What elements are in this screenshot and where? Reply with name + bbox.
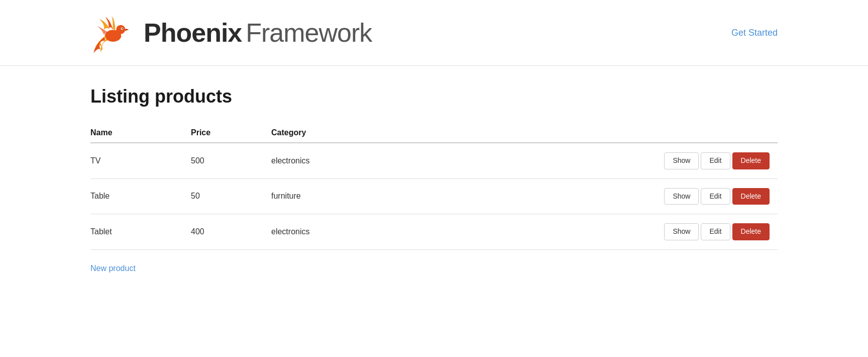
table-header-row: Name Price Category bbox=[90, 123, 778, 143]
edit-button[interactable]: Edit bbox=[701, 188, 730, 205]
logo-text: Phoenix Framework bbox=[144, 18, 372, 48]
main-content: Listing products Name Price Category TV5… bbox=[0, 86, 868, 273]
product-price-cell: 500 bbox=[191, 143, 271, 178]
col-header-name: Name bbox=[90, 123, 191, 143]
logo-phoenix-word: Phoenix bbox=[144, 18, 242, 48]
product-name-cell: Table bbox=[90, 178, 191, 214]
product-category-cell: furniture bbox=[271, 178, 422, 214]
product-category-cell: electronics bbox=[271, 214, 422, 250]
svg-marker-2 bbox=[125, 29, 129, 31]
table-header: Name Price Category bbox=[90, 123, 778, 143]
col-header-actions bbox=[422, 123, 778, 143]
table-row: TV500electronicsShowEditDelete bbox=[90, 143, 778, 178]
table-row: Tablet400electronicsShowEditDelete bbox=[90, 214, 778, 250]
products-table: Name Price Category TV500electronicsShow… bbox=[90, 123, 778, 250]
product-actions-cell: ShowEditDelete bbox=[422, 178, 778, 214]
col-header-price: Price bbox=[191, 123, 271, 143]
svg-point-1 bbox=[116, 25, 125, 34]
logo-framework-word: Framework bbox=[246, 18, 372, 48]
show-button[interactable]: Show bbox=[664, 188, 699, 205]
svg-point-4 bbox=[122, 28, 123, 29]
delete-button[interactable]: Delete bbox=[732, 152, 770, 169]
product-actions-cell: ShowEditDelete bbox=[422, 143, 778, 178]
show-button[interactable]: Show bbox=[664, 152, 699, 169]
product-price-cell: 400 bbox=[191, 214, 271, 250]
site-header: Phoenix Framework Get Started bbox=[0, 0, 868, 65]
page-title: Listing products bbox=[90, 86, 778, 107]
product-name-cell: Tablet bbox=[90, 214, 191, 250]
get-started-link[interactable]: Get Started bbox=[731, 28, 778, 38]
table-row: Table50furnitureShowEditDelete bbox=[90, 178, 778, 214]
product-name-cell: TV bbox=[90, 143, 191, 178]
product-category-cell: electronics bbox=[271, 143, 422, 178]
new-product-link[interactable]: New product bbox=[90, 264, 136, 273]
delete-button[interactable]: Delete bbox=[732, 223, 770, 240]
edit-button[interactable]: Edit bbox=[701, 223, 730, 240]
show-button[interactable]: Show bbox=[664, 223, 699, 240]
col-header-category: Category bbox=[271, 123, 422, 143]
delete-button[interactable]: Delete bbox=[732, 188, 770, 205]
table-body: TV500electronicsShowEditDeleteTable50fur… bbox=[90, 143, 778, 249]
logo-area: Phoenix Framework bbox=[90, 10, 372, 55]
phoenix-logo-icon bbox=[90, 10, 136, 55]
edit-button[interactable]: Edit bbox=[701, 152, 730, 169]
header-divider bbox=[0, 65, 868, 66]
product-price-cell: 50 bbox=[191, 178, 271, 214]
product-actions-cell: ShowEditDelete bbox=[422, 214, 778, 250]
